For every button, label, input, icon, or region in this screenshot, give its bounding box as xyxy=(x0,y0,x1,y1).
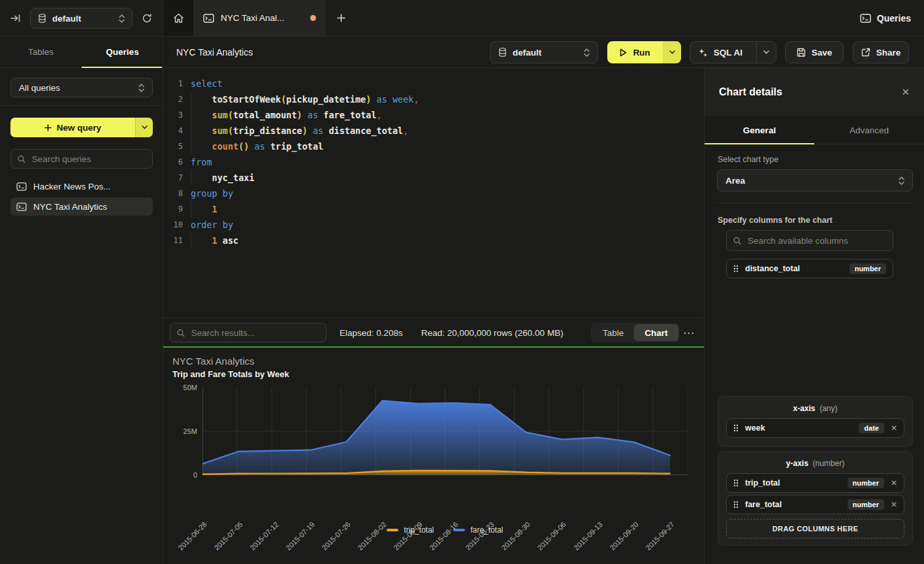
x-axis-dropzone: x-axis (any) week date ✕ xyxy=(718,396,913,447)
refresh-icon[interactable] xyxy=(142,13,152,24)
active-query-tab[interactable]: NYC Taxi Anal... xyxy=(194,0,325,36)
chevron-updown-icon xyxy=(119,14,125,23)
y-tick-25m: 25M xyxy=(163,427,197,435)
tab-advanced[interactable]: Advanced xyxy=(814,116,924,144)
columns-search-input[interactable] xyxy=(746,235,886,246)
tab-general[interactable]: General xyxy=(705,116,814,144)
table-view-tab[interactable]: Table xyxy=(592,324,634,341)
chart-title: NYC Taxi Analytics xyxy=(172,356,255,367)
query-list-item-selected[interactable]: NYC Taxi Analytics xyxy=(10,197,153,216)
chart-type-select[interactable]: Area xyxy=(717,169,913,191)
code-line[interactable]: 8group by xyxy=(163,186,704,201)
line-number: 4 xyxy=(163,126,183,135)
code-line[interactable]: 9 1 xyxy=(163,201,704,217)
run-database-selector[interactable]: default xyxy=(490,41,598,63)
chart-card: NYC Taxi Analytics Trip and Fare Totals … xyxy=(163,348,704,564)
elapsed-stat: Elapsed: 0.208s xyxy=(340,318,403,347)
new-tab-button[interactable] xyxy=(325,0,357,36)
results-search[interactable] xyxy=(170,323,327,342)
sql-ai-button[interactable]: SQL AI xyxy=(690,41,776,63)
x-axis-header: x-axis (any) xyxy=(726,402,904,418)
y-axis-column-trip-total[interactable]: trip_total number ✕ xyxy=(726,473,904,493)
line-number: 11 xyxy=(163,236,183,245)
remove-column-icon[interactable]: ✕ xyxy=(891,423,897,433)
save-button[interactable]: Save xyxy=(785,41,844,63)
x-axis-column-week[interactable]: week date ✕ xyxy=(726,418,904,438)
query-filter-select[interactable]: All queries xyxy=(10,78,153,97)
divider xyxy=(717,203,913,203)
chart-view-tab[interactable]: Chart xyxy=(634,324,678,341)
query-list-item[interactable]: Hacker News Pos... xyxy=(10,177,153,195)
sidebar-search[interactable] xyxy=(10,149,153,169)
code-line[interactable]: 4 sum(trip_distance) as distance_total, xyxy=(163,123,704,139)
queries-shortcut[interactable]: Queries xyxy=(860,0,911,37)
legend-swatch xyxy=(453,529,465,531)
terminal-icon xyxy=(203,14,214,23)
new-query-dropdown[interactable] xyxy=(135,118,153,137)
sql-ai-dropdown[interactable] xyxy=(756,42,776,63)
chart-type-label: Select chart type xyxy=(718,155,778,164)
terminal-icon xyxy=(16,203,27,211)
sidebar-tabs: Tables Queries xyxy=(0,37,163,68)
legend-item[interactable]: trip_total xyxy=(387,525,434,535)
available-column-distance-total[interactable]: distance_total number xyxy=(726,259,893,278)
sparkles-icon xyxy=(698,48,708,58)
drag-handle-icon[interactable] xyxy=(733,265,739,273)
close-icon[interactable]: ✕ xyxy=(901,86,910,98)
remove-column-icon[interactable]: ✕ xyxy=(891,478,897,488)
y-axis-column-fare-total[interactable]: fare_total number ✕ xyxy=(726,495,904,514)
code-line[interactable]: 7 nyc_taxi xyxy=(163,170,704,186)
tab-tables[interactable]: Tables xyxy=(0,37,82,67)
drag-handle-icon[interactable] xyxy=(733,424,739,432)
new-query-label: New query xyxy=(57,123,101,133)
code-line[interactable]: 2 toStartOfWeek(pickup_datetime) as week… xyxy=(163,91,704,107)
code-line[interactable]: 3 sum(total_amount) as fare_total, xyxy=(163,107,704,123)
code-text: 1 xyxy=(191,201,217,217)
sidebar: Tables Queries All queries New query xyxy=(0,37,163,564)
drag-handle-icon[interactable] xyxy=(733,479,739,487)
drag-handle-icon[interactable] xyxy=(733,501,739,508)
code-line[interactable]: 5 count() as trip_total xyxy=(163,139,704,154)
share-button[interactable]: Share xyxy=(853,41,909,63)
run-button[interactable]: Run xyxy=(607,41,681,63)
home-tab[interactable] xyxy=(163,0,194,36)
tab-strip: NYC Taxi Anal... xyxy=(163,0,357,36)
query-list-item-label: Hacker News Pos... xyxy=(33,182,111,191)
code-text: group by xyxy=(191,186,233,201)
column-name: week xyxy=(745,423,852,433)
chevron-down-icon xyxy=(669,50,675,54)
remove-column-icon[interactable]: ✕ xyxy=(891,500,897,509)
sidebar-search-input[interactable] xyxy=(31,154,146,165)
plus-icon xyxy=(44,124,52,131)
drag-columns-dropzone[interactable]: DRAG COLUMNS HERE xyxy=(726,519,904,539)
chart-plot-area[interactable] xyxy=(202,388,688,475)
search-icon xyxy=(177,329,185,337)
collapse-sidebar-icon[interactable] xyxy=(10,13,21,24)
code-text: order by xyxy=(191,217,233,233)
line-number: 1 xyxy=(163,79,183,88)
y-axis-dropzone: y-axis (number) trip_total number ✕ fare… xyxy=(718,451,913,546)
code-line[interactable]: 1select xyxy=(163,76,704,91)
legend-label: fare_total xyxy=(470,525,503,535)
run-dropdown[interactable] xyxy=(663,41,681,63)
tab-queries[interactable]: Queries xyxy=(82,37,163,67)
chevron-down-icon xyxy=(142,125,148,129)
new-query-button[interactable]: New query xyxy=(10,118,153,137)
query-title: NYC Taxi Analytics xyxy=(176,37,253,68)
unsaved-changes-dot xyxy=(310,15,316,21)
more-options-button[interactable]: ⋯ xyxy=(680,323,697,342)
code-line[interactable]: 6from xyxy=(163,154,704,170)
code-line[interactable]: 10order by xyxy=(163,217,704,233)
terminal-icon xyxy=(16,182,27,191)
columns-search[interactable] xyxy=(726,230,893,251)
queries-shortcut-label: Queries xyxy=(877,13,911,24)
line-number: 2 xyxy=(163,95,183,104)
results-search-input[interactable] xyxy=(190,327,319,339)
database-selector[interactable]: default xyxy=(30,8,133,29)
panel-tabs: General Advanced xyxy=(705,116,924,144)
terminal-icon xyxy=(860,14,871,23)
code-line[interactable]: 11 1 asc xyxy=(163,233,704,248)
legend-item[interactable]: fare_total xyxy=(453,525,503,535)
query-list-item-label: NYC Taxi Analytics xyxy=(33,202,107,212)
sql-editor[interactable]: 1select2 toStartOfWeek(pickup_datetime) … xyxy=(163,68,704,318)
